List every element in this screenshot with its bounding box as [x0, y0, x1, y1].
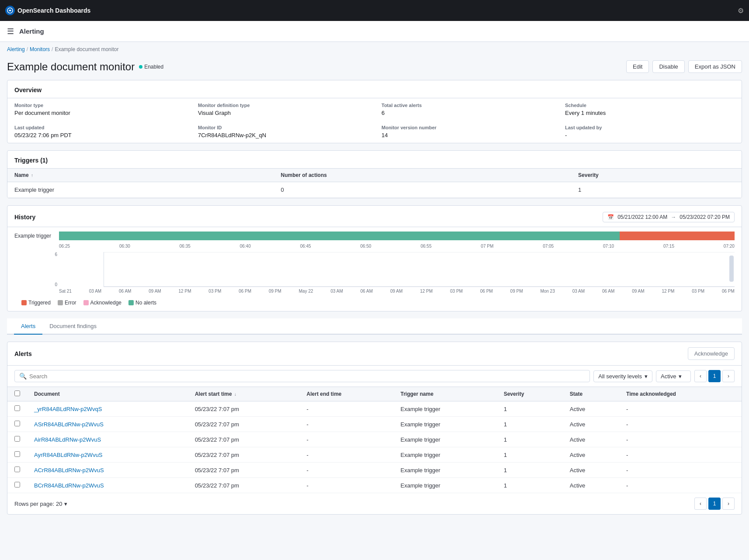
doc-link-3[interactable]: AyrR84ABLdRNw-p2WvuS — [34, 452, 103, 458]
breadcrumb-monitors[interactable]: Monitors — [30, 46, 50, 52]
chart-scrollbar[interactable] — [729, 256, 734, 282]
trigger-bar-row: Example trigger — [14, 232, 735, 240]
row-checkbox-4[interactable] — [14, 467, 20, 472]
export-json-button[interactable]: Export as JSON — [688, 60, 742, 73]
row-checkbox-2[interactable] — [14, 436, 20, 442]
row-checkbox-cell — [7, 447, 27, 463]
chart-wrapper: 6 0 — [59, 252, 735, 287]
overview-version-number: Monitor version number 14 — [374, 121, 558, 143]
legend-ack-dot — [83, 300, 89, 305]
row-trigger-3: Example trigger — [394, 447, 497, 463]
row-end-4: - — [300, 463, 394, 478]
footer-prev-button[interactable]: ‹ — [694, 498, 707, 510]
row-start-3: 05/23/22 7:07 pm — [188, 447, 300, 463]
row-severity-2: 1 — [497, 432, 563, 447]
row-state-3: Active — [563, 447, 619, 463]
doc-link-5[interactable]: BCrR84ABLdRNw-p2WvuS — [34, 482, 104, 489]
sort-icon: ↑ — [31, 173, 33, 178]
doc-link-4[interactable]: ACrR84ABLdRNw-p2WvuS — [34, 467, 104, 474]
global-settings-icon[interactable]: ⚙ — [738, 7, 744, 15]
chart-line-top — [104, 252, 735, 252]
row-checkbox-cell — [7, 478, 27, 493]
tabs: Alerts Document findings — [7, 318, 742, 335]
next-page-button[interactable]: › — [722, 370, 735, 382]
page-header-left: Example document monitor Enabled — [7, 61, 163, 73]
prev-page-button[interactable]: ‹ — [694, 370, 707, 382]
acknowledge-button[interactable]: Acknowledge — [688, 347, 735, 360]
status-badge: Enabled — [139, 64, 163, 70]
alerts-col-checkbox — [7, 387, 27, 401]
breadcrumb: Alerting / Monitors / Example document m… — [0, 42, 749, 57]
row-checkbox-cell — [7, 463, 27, 478]
rows-per-page-selector[interactable]: Rows per page: 20 ▾ — [14, 501, 67, 507]
overview-schedule: Schedule Every 1 minutes — [558, 98, 742, 121]
overview-last-updated-by: Last updated by - — [558, 121, 742, 143]
row-severity-1: 1 — [497, 417, 563, 432]
row-ack-4: - — [619, 463, 742, 478]
status-label: Enabled — [144, 64, 163, 70]
chart-line-bottom — [104, 286, 735, 287]
main-content: Example document monitor Enabled Edit Di… — [0, 57, 749, 525]
chart-y-labels: 6 0 — [42, 252, 57, 287]
tab-alerts[interactable]: Alerts — [14, 318, 42, 335]
alert-row: ACrR84ABLdRNw-p2WvuS 05/23/22 7:07 pm - … — [7, 463, 742, 478]
row-severity-0: 1 — [497, 401, 563, 417]
row-start-0: 05/23/22 7:07 pm — [188, 401, 300, 417]
hamburger-menu[interactable]: ☰ — [7, 27, 14, 36]
footer-pagination: ‹ 1 › — [694, 498, 735, 510]
row-doc-0: _yrR84ABLdRNw-p2WvqS — [27, 401, 188, 417]
breadcrumb-alerting[interactable]: Alerting — [7, 46, 25, 52]
row-checkbox-1[interactable] — [14, 421, 20, 426]
alerts-col-ack-time: Time acknowledged — [619, 387, 742, 401]
date-range-start: 05/21/2022 12:00 AM — [617, 214, 667, 220]
row-state-2: Active — [563, 432, 619, 447]
chart-legend: Triggered Error Acknowledge No alerts — [14, 296, 735, 311]
overview-grid: Monitor type Per document monitor Monito… — [7, 98, 742, 143]
alert-row: AyrR84ABLdRNw-p2WvuS 05/23/22 7:07 pm - … — [7, 447, 742, 463]
edit-button[interactable]: Edit — [626, 60, 649, 73]
severity-filter[interactable]: All severity levels ▾ — [593, 370, 652, 382]
doc-link-2[interactable]: AirR84ABLdRNw-p2WvuS — [34, 436, 101, 443]
history-title: History — [14, 214, 35, 221]
rows-per-page-chevron: ▾ — [64, 501, 67, 507]
app-name: OpenSearch Dashboards — [17, 7, 90, 14]
rows-footer: Rows per page: 20 ▾ ‹ 1 › — [7, 493, 742, 514]
date-range-end: 05/23/2022 07:20 PM — [680, 214, 730, 220]
select-all-checkbox[interactable] — [14, 391, 20, 396]
page-header-actions: Edit Disable Export as JSON — [626, 60, 742, 73]
row-trigger-1: Example trigger — [394, 417, 497, 432]
row-trigger-0: Example trigger — [394, 401, 497, 417]
nav-title: Alerting — [19, 28, 44, 35]
x-axis-dates: Sat 21 03 AM 06 AM 09 AM 12 PM 03 PM 06 … — [59, 289, 735, 296]
history-chart: Example trigger 06:25 06:30 06:35 06:40 … — [7, 227, 742, 311]
footer-next-button[interactable]: › — [722, 498, 735, 510]
page-title: Example document monitor — [7, 61, 135, 73]
row-checkbox-3[interactable] — [14, 451, 20, 457]
date-range-selector[interactable]: 📅 05/21/2022 12:00 AM → 05/23/2022 07:20… — [603, 212, 735, 222]
row-checkbox-5[interactable] — [14, 482, 20, 487]
disable-button[interactable]: Disable — [652, 60, 684, 73]
row-doc-5: BCrR84ABLdRNw-p2WvuS — [27, 478, 188, 493]
sort-start-time-icon: ↓ — [234, 392, 236, 397]
page-1-button[interactable]: 1 — [708, 370, 721, 382]
tab-document-findings[interactable]: Document findings — [42, 318, 104, 335]
alerts-col-trigger: Trigger name — [394, 387, 497, 401]
calendar-icon: 📅 — [607, 214, 614, 220]
state-chevron-icon: ▾ — [679, 373, 682, 380]
state-filter[interactable]: Active ▾ — [656, 370, 691, 382]
alert-row: BCrR84ABLdRNw-p2WvuS 05/23/22 7:07 pm - … — [7, 478, 742, 493]
legend-no-alerts-dot — [128, 300, 134, 305]
row-start-2: 05/23/22 7:07 pm — [188, 432, 300, 447]
doc-link-1[interactable]: ASrR84ABLdRNw-p2WvuS — [34, 421, 104, 428]
row-end-3: - — [300, 447, 394, 463]
search-input[interactable] — [29, 373, 585, 380]
row-checkbox-0[interactable] — [14, 405, 20, 411]
chevron-down-icon: ▾ — [645, 373, 648, 380]
alert-row: AirR84ABLdRNw-p2WvuS 05/23/22 7:07 pm - … — [7, 432, 742, 447]
footer-page-1-button[interactable]: 1 — [708, 498, 721, 510]
row-checkbox-cell — [7, 432, 27, 447]
overview-definition-type: Monitor definition type Visual Graph — [191, 98, 374, 121]
alert-row: ASrR84ABLdRNw-p2WvuS 05/23/22 7:07 pm - … — [7, 417, 742, 432]
row-checkbox-cell — [7, 417, 27, 432]
doc-link-0[interactable]: _yrR84ABLdRNw-p2WvqS — [34, 406, 102, 412]
